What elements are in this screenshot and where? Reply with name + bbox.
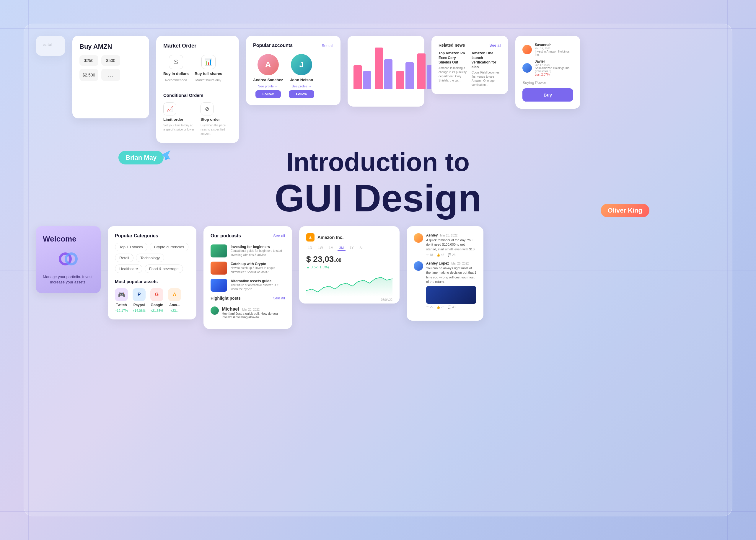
limit-order-option: 📈 Limit order Set your limit to buy at a… [163, 102, 195, 136]
highlight-1-info: Michael Mar 20, 2022 Hey fam! Just a qui… [222, 307, 285, 319]
chart-fill [306, 277, 392, 296]
social-avatar-ashley-lopez [414, 261, 423, 271]
amazon-header: a Amazon Inc. [306, 233, 392, 241]
see-all-highlights[interactable]: See all [273, 296, 285, 300]
stock-price: $ 23,03.00 [306, 254, 392, 264]
social-ashley-lopez-content: Ashley Lopez Mar 25, 2022 You can be alw… [426, 261, 476, 309]
tag-food[interactable]: Food & beverage [145, 265, 183, 273]
conditional-orders-title: Conditional Orders [163, 93, 232, 98]
asset-paypal: P Paypal +14.06% [133, 288, 146, 312]
twitch-name: Twitch [116, 303, 127, 307]
ashley-date: Mar 25, 2022 [440, 234, 457, 237]
brian-tag-text: Brian May [125, 154, 157, 162]
bar-group-2 [375, 48, 392, 89]
ashley-comments-count: 23 [452, 253, 455, 257]
amount-btn-2500[interactable]: $2,500 [79, 69, 98, 81]
order-options: $ Buy in dollars Recommended 📊 Buy full … [163, 55, 232, 82]
buying-power-label: Buying Power [523, 80, 573, 85]
tag-tech[interactable]: Technology [136, 254, 164, 262]
podcast-3-title: Alternative assets guide [230, 279, 285, 283]
tab-1y[interactable]: 1Y [348, 245, 355, 251]
shares-icon: 📊 [202, 55, 216, 69]
amazon-logo: a [306, 233, 315, 241]
podcast-2: Catch up with Crypto How to catch up & i… [211, 262, 285, 275]
bottom-row: Welcome Manage your portfolio. Invest. I… [36, 226, 720, 321]
podcast-2-info: Catch up with Crypto How to catch up & i… [230, 262, 285, 274]
podcast-thumb-3 [211, 279, 227, 292]
highlight-header: Highlight posts See all [211, 296, 285, 301]
ashley-lopez-hearts: 👍 78 [436, 306, 444, 309]
bar-purple-1 [363, 71, 371, 89]
tag-crypto[interactable]: Crypto currencies [150, 243, 189, 251]
podcast-3: Alternative assets guide The future of a… [211, 279, 285, 292]
account-john: J John Nelson See profile → Follow [289, 54, 314, 98]
buy-shares-option: 📊 Buy full shares Market hours only [195, 55, 222, 82]
savannah-action: Invest in Amazon Holdings Inc. [535, 50, 573, 57]
savannah-date: Mar 29, 2022 [535, 47, 573, 50]
tab-all[interactable]: All [358, 245, 365, 251]
google-change: +21.65% [150, 309, 163, 312]
follow-andrea-btn[interactable]: Follow [255, 90, 281, 98]
categories-card: Popular Categories Top 10 stocks Crypto … [108, 226, 196, 320]
related-news-title: Related news [439, 43, 465, 48]
ashley-lopez-comments-count: 43 [452, 306, 455, 309]
category-tags: Top 10 stocks Crypto currencies Retail T… [115, 243, 189, 273]
categories-title: Popular Categories [115, 233, 189, 238]
tag-top10[interactable]: Top 10 stocks [115, 243, 147, 251]
limit-order-sub: Set your limit to buy at a specific pric… [163, 123, 195, 132]
podcast-thumb-1 [211, 244, 227, 257]
price-cents: 00 [336, 258, 341, 263]
highlight-1-name: Michael [222, 307, 239, 312]
account-john-link[interactable]: See profile → [292, 84, 312, 88]
amazon-small-name: Ama... [169, 303, 180, 307]
amount-grid: $250 $500 $2,500 ... [79, 55, 142, 81]
bar-pink-1 [354, 65, 362, 89]
ashley-comments: 💬 23 [448, 253, 455, 257]
news-item-2-sub: Coors Field becomes first venue to use A… [472, 70, 501, 87]
paypal-name: Paypal [133, 303, 145, 307]
ashley-name: Ashley [426, 233, 438, 237]
see-all-podcasts[interactable]: See all [273, 233, 285, 238]
highlight-section: Highlight posts See all Michael Mar 20, … [211, 296, 285, 319]
bar-group-3 [396, 62, 414, 89]
tab-1m[interactable]: 1M [327, 245, 335, 251]
news-item-1-title: Top Amazon PR Exec Cory Shields Out [439, 51, 468, 65]
stop-order-label: Stop order [201, 117, 220, 122]
tab-1w[interactable]: 1W [316, 245, 325, 251]
follow-john-btn[interactable]: Follow [289, 90, 314, 98]
ashley-hearts-count: 46 [441, 253, 444, 257]
welcome-title: Welcome [43, 234, 76, 244]
account-andrea-link[interactable]: See profile → [258, 84, 278, 88]
account-john-name: John Nelson [290, 78, 313, 82]
send-icon [160, 149, 172, 163]
highlight-1-text: Hey fam! Just a quick poll. How do you i… [222, 312, 285, 319]
stop-order-icon: ⊘ [201, 102, 214, 115]
podcasts-title: Our podcasts [211, 233, 241, 238]
see-all-news[interactable]: See all [489, 43, 501, 48]
buy-dollars-option: $ Buy in dollars Recommended [163, 55, 189, 82]
podcast-1: Investing for beginners Educational guid… [211, 244, 285, 257]
amount-btn-500[interactable]: $500 [101, 55, 120, 66]
buying-power-card: Savannah Mar 29, 2022 Invest in Amazon H… [515, 36, 580, 109]
main-container: partial Buy AMZN $250 $500 $2,500 ... Ma… [24, 24, 732, 516]
bar-purple-2 [384, 59, 392, 89]
social-item-ashley-lopez: Ashley Lopez Mar 25, 2022 You can be alw… [414, 261, 476, 309]
tab-1d[interactable]: 1D [306, 245, 314, 251]
ashley-lopez-actions: ♡ 25 👍 78 💬 43 [426, 306, 476, 309]
amount-btn-dots[interactable]: ... [101, 69, 120, 81]
highlight-title: Highlight posts [211, 296, 241, 301]
tag-healthcare[interactable]: Healthcare [115, 265, 142, 273]
ashley-hearts: 👍 46 [436, 253, 444, 257]
paypal-change: +14.06% [133, 309, 146, 312]
ashley-lopez-name: Ashley Lopez [426, 261, 449, 265]
bar-purple-3 [405, 62, 414, 89]
avatar-savannah [523, 45, 532, 54]
podcast-3-sub: The future of alternative assets? Is it … [230, 283, 285, 291]
social-avatar-ashley [414, 233, 423, 243]
amount-btn-250[interactable]: $250 [79, 55, 98, 66]
ashley-lopez-hearts-count: 78 [441, 306, 444, 309]
tag-retail[interactable]: Retail [115, 254, 133, 262]
tab-3m[interactable]: 3M [338, 245, 346, 251]
see-all-accounts[interactable]: See all [322, 44, 333, 48]
buy-button[interactable]: Buy [523, 88, 573, 101]
